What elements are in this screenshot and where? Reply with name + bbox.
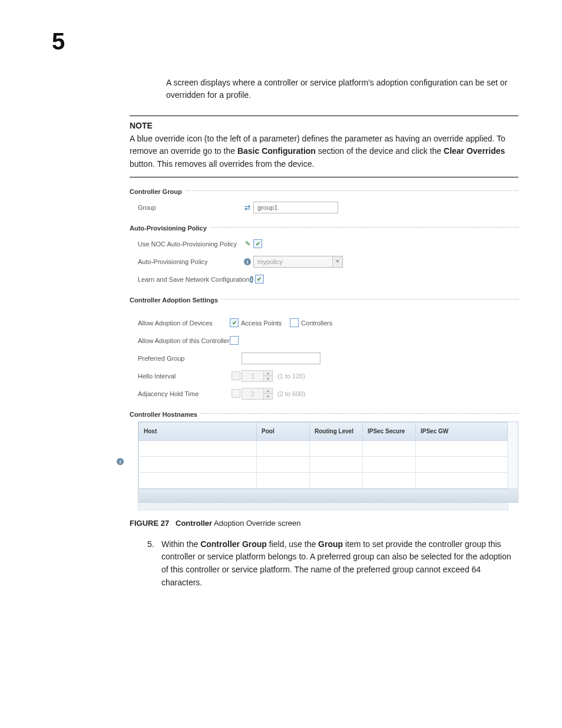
step-group: Group [318, 539, 343, 549]
allow-this-controller-checkbox[interactable]: ✔ [230, 336, 239, 345]
auto-prov-policy-label: Auto-Provisioning Policy [138, 258, 242, 265]
auto-prov-policy-value: mypolicy [254, 258, 332, 265]
col-ipsec-gw[interactable]: IPSec GW [416, 422, 508, 440]
adjacency-range: (2 to 600) [277, 390, 305, 397]
hello-interval-spinner[interactable]: 1 ▲▼ [242, 370, 273, 382]
col-pool[interactable]: Pool [257, 422, 310, 440]
preferred-group-input[interactable] [242, 353, 320, 364]
col-host[interactable]: Host [139, 422, 257, 440]
preferred-group-label: Preferred Group [138, 355, 230, 362]
allow-devices-label: Allow Adoption of Devices [138, 319, 230, 327]
auto-prov-policy-dropdown[interactable]: mypolicy ▼ [253, 256, 343, 268]
controllers-label: Controllers [301, 319, 332, 327]
table-header-row: Host Pool Routing Level IPSec Secure IPS… [139, 422, 508, 440]
adjacency-label: Adjacency Hold Time [138, 390, 230, 397]
spinner-down-icon[interactable]: ▼ [264, 376, 272, 381]
note-text-3: button. This removes all overrides from … [130, 159, 314, 169]
learn-save-checkbox[interactable]: ✔ [255, 275, 264, 284]
section-auto-provisioning: Auto-Provisioning Policy [130, 225, 210, 232]
pencil-icon: ✎ [245, 240, 250, 248]
hello-interval-value: 1 [242, 370, 264, 382]
table-bottom-strip [138, 503, 508, 510]
adjacency-value: 2 [242, 388, 264, 400]
learn-save-label: Learn and Save Network Configuration [138, 276, 250, 283]
group-label: Group [138, 204, 242, 211]
spinner-down-icon[interactable]: ▼ [264, 394, 272, 399]
step-number: 5. [147, 538, 161, 589]
figure-caption: FIGURE 27 Controller Adoption Override s… [130, 519, 518, 528]
access-points-label: Access Points [241, 319, 282, 327]
override-icon: ⇄ [244, 203, 250, 212]
use-noc-label: Use NOC Auto-Provisioning Policy [138, 241, 242, 248]
hostnames-table: Host Pool Routing Level IPSec Secure IPS… [138, 421, 518, 503]
group-input[interactable]: group1 [253, 202, 338, 213]
figure-bold: Controller [176, 519, 212, 528]
access-points-checkbox[interactable]: ✔ [230, 318, 239, 327]
figure-rest: Adoption Override screen [212, 519, 300, 528]
table-row[interactable] [139, 456, 508, 472]
section-adoption-settings: Controller Adoption Settings [130, 297, 222, 304]
step-5: 5. Within the Controller Group field, us… [147, 538, 518, 589]
allow-this-controller-label: Allow Adoption of this Controller [138, 337, 230, 344]
section-controller-group: Controller Group [130, 188, 186, 195]
note-text-2: section of the device and click the [316, 146, 444, 156]
figure-label: FIGURE 27 [130, 519, 169, 528]
info-icon: i [117, 458, 124, 465]
chevron-down-icon: ▼ [332, 256, 342, 267]
adjacency-spinner[interactable]: 2 ▲▼ [242, 388, 273, 400]
step-text-a: Within the [161, 539, 200, 549]
note-title: NOTE [130, 120, 518, 133]
hello-range: (1 to 120) [277, 373, 305, 380]
col-routing-level[interactable]: Routing Level [310, 422, 363, 440]
step-controller-group: Controller Group [200, 539, 267, 549]
note-block: NOTE A blue override icon (to the left o… [130, 116, 518, 177]
table-row[interactable] [139, 472, 508, 488]
col-ipsec-secure[interactable]: IPSec Secure [363, 422, 416, 440]
hello-enable-checkbox[interactable]: ✔ [232, 371, 240, 380]
table-row[interactable] [139, 440, 508, 456]
info-icon: i [244, 258, 251, 265]
intro-paragraph: A screen displays where a controller or … [166, 77, 518, 101]
chapter-number: 5 [52, 28, 65, 55]
section-hostnames: Controller Hostnames [130, 411, 201, 418]
note-clear-overrides: Clear Overrides [444, 146, 505, 156]
adjacency-enable-checkbox[interactable]: ✔ [232, 389, 240, 398]
hello-interval-label: Hello Interval [138, 373, 230, 380]
step-text-c: field, use the [267, 539, 318, 549]
table-footer-bar [138, 489, 518, 502]
controllers-checkbox[interactable]: ✔ [290, 318, 299, 327]
note-basic-config: Basic Configuration [237, 146, 316, 156]
spinner-up-icon[interactable]: ▲ [264, 371, 272, 377]
screenshot-panel: Controller Group Group ⇄ group1 Auto-Pro… [130, 186, 518, 510]
spinner-up-icon[interactable]: ▲ [264, 388, 272, 394]
use-noc-checkbox[interactable]: ✔ [253, 239, 262, 248]
